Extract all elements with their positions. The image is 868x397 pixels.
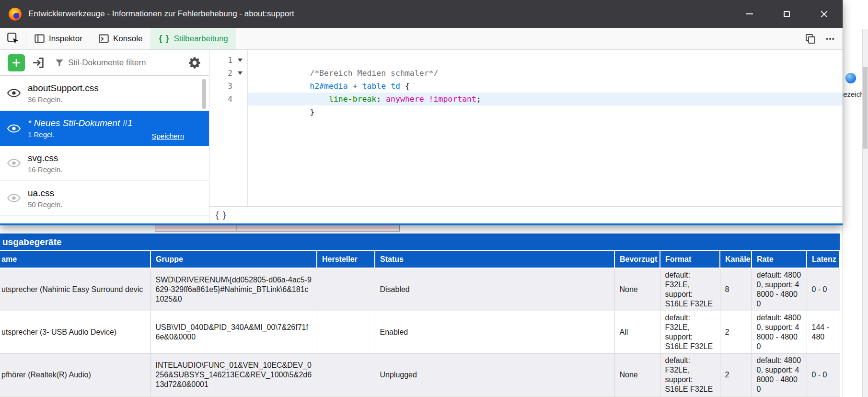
fold-toggle[interactable] (232, 58, 247, 62)
column-header-bevorzugt: Bevorzugt (614, 251, 660, 268)
titlebar: Entwicklerwerkzeuge - Informationen zur … (0, 0, 843, 28)
table-row: utsprecher (3- USB Audio Device) USB\VID… (0, 311, 840, 354)
stylesheet-item-new-document[interactable]: * Neues Stil-Dokument #1 1 Regel. Speich… (0, 111, 209, 146)
code-token: table (362, 82, 386, 91)
sidebar-toolbar (0, 50, 209, 76)
filter-funnel-icon (55, 58, 64, 67)
column-header-hersteller: Hersteller (317, 251, 375, 268)
console-icon (99, 34, 109, 44)
code-token: /*Bereich Medien schmaler*/ (310, 69, 438, 78)
table-row: pfhörer (Realtek(R) Audio) INTELAUDIO\FU… (0, 354, 840, 397)
code-token: h2#media (310, 82, 347, 91)
firefox-icon (9, 8, 22, 21)
tab-stilbearbeitung-label: Stilbearbeitung (174, 34, 228, 44)
close-icon (821, 11, 828, 18)
cell-latenz: 0 - 0 (807, 268, 840, 311)
partial-table-cell (318, 225, 399, 231)
cell-rate: default: 48000, support: 48000 - 48000 (752, 268, 807, 311)
new-stylesheet-button[interactable] (8, 54, 25, 71)
code-token: td (391, 82, 400, 91)
dock-mode-button[interactable] (805, 34, 816, 44)
minimize-button[interactable] (730, 0, 768, 28)
stylesheet-sidebar: aboutSupport.css 36 Regeln. * Neues Stil… (0, 50, 209, 223)
tab-konsole[interactable]: Konsole (91, 28, 150, 49)
style-editor-panel: aboutSupport.css 36 Regeln. * Neues Stil… (0, 50, 843, 223)
stylesheet-filter-input[interactable] (68, 58, 174, 68)
code-editing-area[interactable]: /*Bereich Medien schmaler*/ h2#media + t… (248, 50, 843, 206)
column-header-status: Status (375, 251, 614, 268)
partial-table-cell (155, 225, 237, 231)
devtools-toolbar: Inspektor Konsole { } Stilbearbeitung (0, 28, 843, 50)
stylesheet-list: aboutSupport.css 36 Regeln. * Neues Stil… (0, 76, 209, 223)
code-token (424, 94, 429, 104)
cell-gruppe: INTELAUDIO\FUNC_01&VEN_10EC&DEV_0256&SUB… (150, 354, 317, 397)
cell-status: Unplugged (375, 354, 614, 397)
code-token: : (376, 94, 386, 104)
stylesheet-item-mathml[interactable]: mathml.css (0, 216, 209, 223)
stylesheet-item-aboutsupport[interactable]: aboutSupport.css 36 Regeln. (0, 76, 209, 111)
cell-latenz: 0 - 0 (807, 354, 840, 397)
plus-icon (12, 58, 21, 67)
column-header-rate: Rate (752, 251, 807, 268)
save-stylesheet-link[interactable]: Speichern (151, 132, 184, 140)
import-stylesheet-button[interactable] (32, 57, 45, 69)
cell-format: default: F32LE, support: S16LE F32LE (660, 354, 720, 397)
fold-toggle[interactable] (232, 71, 247, 75)
partial-table-cell (237, 225, 318, 231)
eye-icon (7, 159, 21, 167)
sidebar-scrollbar-thumb[interactable] (202, 79, 206, 109)
stylesheet-item-ua[interactable]: ua.css 50 Regeln. (0, 181, 209, 216)
stylesheet-name: svg.css (28, 153, 63, 163)
line-number: 2 (209, 69, 232, 78)
at-rules-footer: { } (209, 206, 843, 223)
blue-app-icon[interactable] (845, 73, 856, 83)
stylesheet-name: aboutSupport.css (28, 83, 99, 93)
column-header-format: Format (660, 251, 720, 268)
cell-format: default: F32LE, support: S16LE F32LE (660, 311, 720, 354)
section-heading-audio-output: usgabegeräte (0, 234, 840, 250)
visibility-toggle[interactable] (0, 124, 28, 133)
gutter-line: 1 (209, 54, 247, 67)
cell-latenz: 144 - 480 (807, 311, 840, 354)
separate-window-icon (805, 34, 816, 44)
source-editor: 1 2 3 4 (209, 50, 843, 223)
cell-format: default: F32LE, support: S16LE F32LE (660, 268, 720, 311)
code-token: anywhere (386, 94, 424, 104)
cell-name: utsprecher (Nahimic Easy Surround devic (0, 268, 150, 311)
stylesheet-rule-count: 1 Regel. (28, 130, 133, 139)
page-scrollbar-thumb[interactable] (863, 67, 868, 149)
window-accent-border (0, 223, 843, 225)
inspector-icon (35, 34, 45, 44)
gutter-line: 3 (209, 80, 247, 93)
stylesheet-item-svg[interactable]: svg.css 16 Regeln. (0, 146, 209, 181)
minimize-icon (746, 13, 753, 14)
cell-gruppe: USB\VID_040D&PID_340A&MI_00\7&26f71f6e&0… (150, 311, 317, 354)
eye-icon (7, 194, 21, 202)
page-scrollbar[interactable] (862, 29, 868, 397)
code-token: { (405, 82, 410, 91)
column-header-name: ame (0, 251, 150, 268)
code-token: } (310, 107, 314, 117)
tab-inspektor[interactable]: Inspektor (26, 28, 91, 49)
gutter-line: 4 (209, 93, 247, 105)
toolbar-right-actions (805, 34, 843, 44)
stylesheet-rule-count: 50 Regeln. (28, 200, 63, 209)
visibility-toggle[interactable] (0, 194, 28, 202)
cell-status: Enabled (375, 311, 614, 354)
tab-stilbearbeitung[interactable]: { } Stilbearbeitung (150, 28, 236, 49)
gutter-line: 2 (209, 67, 247, 80)
cell-status: Disabled (375, 268, 614, 311)
code-token: + (348, 82, 362, 91)
stylesheet-rule-count: 36 Regeln. (28, 95, 99, 104)
visibility-toggle[interactable] (0, 159, 28, 167)
import-icon (32, 57, 45, 69)
style-editor-options-button[interactable] (189, 57, 200, 69)
visibility-toggle[interactable] (0, 89, 28, 97)
code-token (386, 82, 391, 91)
element-picker-button[interactable] (0, 28, 26, 49)
maximize-button[interactable] (768, 0, 805, 28)
cell-kanaele: 2 (720, 354, 752, 397)
table-header-row: ame Gruppe Hersteller Status Bevorzugt F… (0, 251, 840, 268)
close-button[interactable] (805, 0, 843, 28)
devtools-menu-button[interactable] (825, 34, 835, 44)
